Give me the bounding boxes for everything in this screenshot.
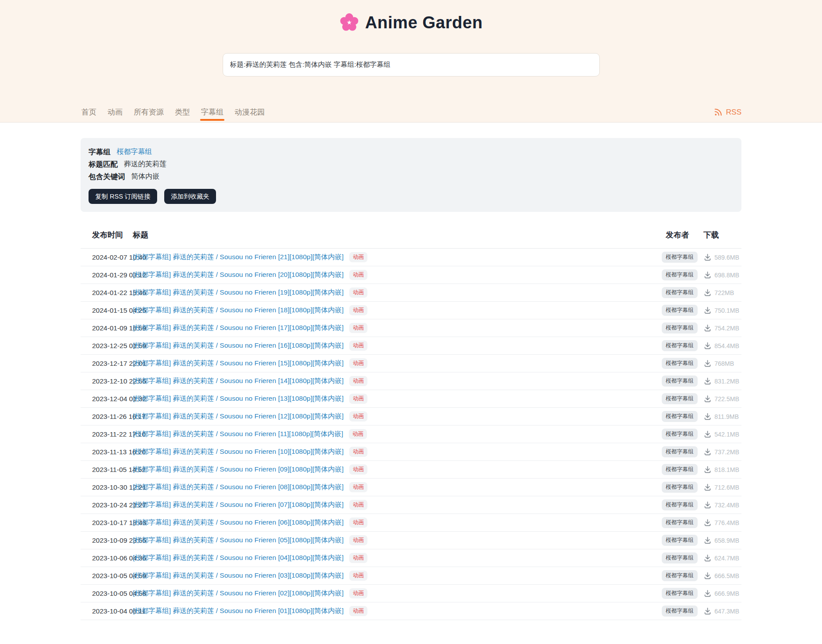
nav-item-dmhy[interactable]: 动漫花园 [234,103,266,121]
row-title-link[interactable]: [桜都字幕组] 葬送的芙莉莲 / Sousou no Frieren [16][… [133,341,343,350]
row-category-badge[interactable]: 动画 [349,270,367,280]
row-category-badge[interactable]: 动画 [349,323,367,333]
download-icon[interactable] [703,483,712,491]
row-category-badge[interactable]: 动画 [349,482,367,492]
table-row: 2023-11-05 14:52[桜都字幕组] 葬送的芙莉莲 / Sousou … [81,461,741,479]
row-title-link[interactable]: [桜都字幕组] 葬送的芙莉莲 / Sousou no Frieren [21][… [133,253,343,262]
row-category-badge[interactable]: 动画 [349,358,367,368]
row-category-badge[interactable]: 动画 [349,411,367,422]
download-icon[interactable] [703,536,712,544]
row-title-link[interactable]: [桜都字幕组] 葬送的芙莉莲 / Sousou no Frieren [07][… [133,500,343,510]
row-category-badge[interactable]: 动画 [349,464,367,475]
row-category-badge[interactable]: 动画 [349,252,367,262]
row-publisher-pill[interactable]: 桜都字幕组 [662,393,698,404]
row-title-link[interactable]: [桜都字幕组] 葬送的芙莉莲 / Sousou no Frieren [03][… [133,571,343,580]
row-category-badge[interactable]: 动画 [349,571,367,581]
row-publisher-pill[interactable]: 桜都字幕组 [662,252,698,263]
row-title-link[interactable]: [桜都字幕组] 葬送的芙莉莲 / Sousou no Frieren [04][… [133,553,343,563]
download-icon[interactable] [703,359,712,368]
download-icon[interactable] [703,306,712,314]
download-icon[interactable] [703,412,712,421]
row-category-badge[interactable]: 动画 [349,394,367,404]
add-favorite-button[interactable]: 添加到收藏夹 [164,189,216,204]
row-publisher-pill[interactable]: 桜都字幕组 [662,446,698,457]
download-icon[interactable] [703,395,712,403]
download-icon[interactable] [703,501,712,509]
row-download-cell: 732.4MB [703,501,741,509]
download-icon[interactable] [703,518,712,527]
download-icon[interactable] [703,448,712,456]
row-category-badge[interactable]: 动画 [349,588,367,598]
download-icon[interactable] [703,377,712,385]
download-icon[interactable] [703,554,712,562]
row-publisher-pill[interactable]: 桜都字幕组 [662,517,698,528]
row-title-link[interactable]: [桜都字幕组] 葬送的芙莉莲 / Sousou no Frieren [05][… [133,536,343,545]
download-icon[interactable] [703,324,712,332]
row-publisher-pill[interactable]: 桜都字幕组 [662,570,698,581]
row-title-link[interactable]: [桜都字幕组] 葬送的芙莉莲 / Sousou no Frieren [15][… [133,359,343,368]
row-title-link[interactable]: [桜都字幕组] 葬送的芙莉莲 / Sousou no Frieren [10][… [133,447,343,456]
row-category-badge[interactable]: 动画 [349,447,367,457]
row-category-badge[interactable]: 动画 [349,288,367,298]
row-title-link[interactable]: [桜都字幕组] 葬送的芙莉莲 / Sousou no Frieren [11][… [133,429,343,439]
row-title-link[interactable]: [桜都字幕组] 葬送的芙莉莲 / Sousou no Frieren [06][… [133,518,343,527]
row-category-badge[interactable]: 动画 [349,606,367,616]
search-input[interactable] [223,53,600,77]
row-publisher-pill[interactable]: 桜都字幕组 [662,429,698,440]
row-category-badge[interactable]: 动画 [349,376,367,386]
row-category-badge[interactable]: 动画 [349,305,367,315]
row-publisher-pill[interactable]: 桜都字幕组 [662,552,698,564]
download-icon[interactable] [703,430,712,438]
row-title-link[interactable]: [桜都字幕组] 葬送的芙莉莲 / Sousou no Frieren [13][… [133,394,343,403]
row-category-badge[interactable]: 动画 [349,535,367,545]
row-title-link[interactable]: [桜都字幕组] 葬送的芙莉莲 / Sousou no Frieren [01][… [133,606,343,616]
copy-rss-button[interactable]: 复制 RSS 订阅链接 [89,189,157,204]
row-publisher-pill[interactable]: 桜都字幕组 [662,535,698,546]
download-icon[interactable] [703,341,712,350]
download-icon[interactable] [703,607,712,615]
download-icon[interactable] [703,465,712,474]
download-icon[interactable] [703,271,712,279]
row-category-badge[interactable]: 动画 [349,518,367,528]
row-publisher-pill[interactable]: 桜都字幕组 [662,482,698,493]
row-title-link[interactable]: [桜都字幕组] 葬送的芙莉莲 / Sousou no Frieren [18][… [133,306,343,315]
row-category-badge[interactable]: 动画 [349,429,367,439]
download-icon[interactable] [703,589,712,598]
row-publisher-pill[interactable]: 桜都字幕组 [662,305,698,316]
download-icon[interactable] [703,288,712,297]
nav-item-anime[interactable]: 动画 [107,103,123,121]
row-publisher-pill[interactable]: 桜都字幕组 [662,287,698,298]
nav-item-fansub-group[interactable]: 字幕组 [200,103,224,121]
row-category-badge[interactable]: 动画 [349,341,367,351]
row-title-link[interactable]: [桜都字幕组] 葬送的芙莉莲 / Sousou no Frieren [17][… [133,323,343,333]
row-title-link[interactable]: [桜都字幕组] 葬送的芙莉莲 / Sousou no Frieren [19][… [133,288,343,297]
row-publisher-pill[interactable]: 桜都字幕组 [662,499,698,510]
nav-item-types[interactable]: 类型 [174,103,191,121]
row-publisher-pill[interactable]: 桜都字幕组 [662,606,698,617]
row-publish-time: 2024-02-07 10:40 [81,253,133,261]
row-publisher-pill[interactable]: 桜都字幕组 [662,588,698,599]
row-publisher-pill[interactable]: 桜都字幕组 [662,411,698,422]
nav-item-all-resources[interactable]: 所有资源 [133,103,165,121]
header-publisher: 发布者 [662,230,703,240]
download-icon[interactable] [703,253,712,261]
row-category-badge[interactable]: 动画 [349,553,367,563]
row-title-link[interactable]: [桜都字幕组] 葬送的芙莉莲 / Sousou no Frieren [20][… [133,270,343,280]
row-publisher-pill[interactable]: 桜都字幕组 [662,376,698,387]
row-publisher-pill[interactable]: 桜都字幕组 [662,322,698,334]
rss-link[interactable]: RSS [714,108,741,117]
filter-fansub-value-link[interactable]: 桜都字幕组 [117,146,152,158]
row-title-link[interactable]: [桜都字幕组] 葬送的芙莉莲 / Sousou no Frieren [14][… [133,376,343,386]
row-title-link[interactable]: [桜都字幕组] 葬送的芙莉莲 / Sousou no Frieren [09][… [133,465,343,474]
row-title-link[interactable]: [桜都字幕组] 葬送的芙莉莲 / Sousou no Frieren [12][… [133,412,343,421]
nav-item-home[interactable]: 首页 [81,103,97,121]
row-title-link[interactable]: [桜都字幕组] 葬送的芙莉莲 / Sousou no Frieren [08][… [133,483,343,492]
row-title-link[interactable]: [桜都字幕组] 葬送的芙莉莲 / Sousou no Frieren [02][… [133,589,343,598]
row-publisher-pill[interactable]: 桜都字幕组 [662,340,698,351]
download-icon[interactable] [703,571,712,580]
row-publisher-pill[interactable]: 桜都字幕组 [662,269,698,280]
row-category-badge[interactable]: 动画 [349,500,367,510]
row-publisher-pill[interactable]: 桜都字幕组 [662,464,698,475]
row-publisher-pill[interactable]: 桜都字幕组 [662,358,698,369]
filter-buttons: 复制 RSS 订阅链接 添加到收藏夹 [89,189,733,204]
